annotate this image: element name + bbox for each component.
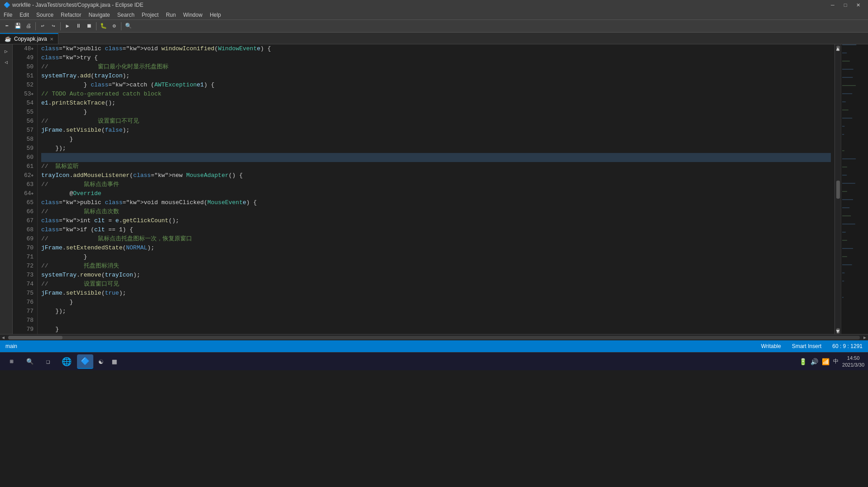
app2-taskbar[interactable]: ☯: [95, 354, 107, 369]
side-tool-2[interactable]: ◁: [1, 57, 11, 67]
scroll-thumb[interactable]: [836, 181, 840, 199]
ime-indicator[interactable]: 中: [833, 358, 839, 365]
code-line[interactable]: [41, 153, 831, 162]
h-scroll-left[interactable]: ◀: [0, 335, 6, 340]
menu-edit[interactable]: Edit: [16, 10, 33, 20]
line-number: 74: [14, 280, 34, 289]
line-number: 54: [14, 99, 34, 108]
code-line[interactable]: @Override: [41, 189, 831, 198]
line-number: 67: [14, 216, 34, 225]
status-insert-mode[interactable]: Smart Insert: [790, 343, 823, 349]
line-number: 68: [14, 225, 34, 234]
tab-close-button[interactable]: ✕: [50, 37, 53, 42]
code-line[interactable]: class="kw">public class="kw">void window…: [41, 44, 831, 53]
code-line[interactable]: systemTray.add(trayIcon);: [41, 72, 831, 81]
menu-run[interactable]: Run: [162, 10, 179, 20]
h-scroll-right[interactable]: ▶: [862, 335, 868, 340]
code-line[interactable]: }: [41, 253, 831, 262]
toolbar-btn-7[interactable]: ⏸: [73, 21, 83, 31]
menu-search[interactable]: Search: [114, 10, 138, 20]
title-bar-icon: 🔷: [4, 2, 10, 8]
horizontal-scrollbar[interactable]: ◀ ▶: [0, 334, 868, 340]
code-line[interactable]: jFrame.setVisible(false);: [41, 126, 831, 135]
toolbar-btn-3[interactable]: 🖨: [24, 21, 34, 31]
taskbar: ⊞ 🔍 ❑ 🌐 🔷 ☯ ▦ 🔋 🔊 📶 中 14:50 2021/3/30: [0, 352, 868, 370]
code-line[interactable]: }: [41, 108, 831, 117]
code-line[interactable]: // TODO Auto-generated catch block: [41, 90, 831, 99]
menu-navigate[interactable]: Navigate: [85, 10, 113, 20]
menu-source[interactable]: Source: [33, 10, 57, 20]
toolbar-btn-5[interactable]: ↪: [48, 21, 58, 31]
line-number: 55: [14, 108, 34, 117]
code-line[interactable]: jFrame.setVisible(true);: [41, 289, 831, 298]
toolbar-btn-2[interactable]: 💾: [13, 21, 23, 31]
toolbar-btn-9[interactable]: 🐛: [98, 21, 108, 31]
maximize-button[interactable]: □: [839, 0, 852, 10]
code-line[interactable]: // 设置窗口可见: [41, 280, 831, 289]
code-line[interactable]: class="kw">int clt = e.getClickCount();: [41, 216, 831, 225]
line-number: 61: [14, 162, 34, 171]
menu-window[interactable]: Window: [179, 10, 206, 20]
chrome-taskbar-app[interactable]: 🌐: [58, 354, 75, 369]
minimize-button[interactable]: ─: [826, 0, 839, 10]
code-line[interactable]: // 窗口最小化时显示托盘图标: [41, 62, 831, 72]
task-view-button[interactable]: ❑: [40, 354, 56, 369]
line-number: 70: [14, 244, 34, 253]
scroll-down-arrow[interactable]: ▼: [836, 328, 840, 334]
tab-copyapk[interactable]: ☕ Copyapk.java ✕: [0, 33, 58, 44]
editor-row: ▷ ◁ 48◆4950515253◆545556575859606162◆636…: [0, 44, 868, 334]
code-line[interactable]: // 鼠标点击托盘图标一次，恢复原窗口: [41, 234, 831, 244]
toolbar-btn-4[interactable]: ↩: [38, 21, 48, 31]
eclipse-taskbar-app[interactable]: 🔷: [77, 354, 93, 369]
toolbar-btn-11[interactable]: 🔍: [123, 21, 133, 31]
clock-date: 2021/3/30: [842, 362, 864, 368]
code-line[interactable]: systemTray.remove(trayIcon);: [41, 271, 831, 280]
code-line[interactable]: class="kw">public class="kw">void mouseC…: [41, 198, 831, 207]
status-position[interactable]: 60 : 9 : 1291: [830, 343, 864, 349]
vertical-scrollbar[interactable]: ▲ ▼: [834, 44, 841, 334]
window-title: workfile - JavaTest/src/test/Copyapk.jav…: [12, 2, 143, 8]
line-number: 50: [14, 62, 34, 72]
code-line[interactable]: // 设置窗口不可见: [41, 117, 831, 126]
close-button[interactable]: ✕: [852, 0, 864, 10]
line-number: 77: [14, 307, 34, 316]
menu-help[interactable]: Help: [206, 10, 225, 20]
side-tool-1[interactable]: ▷: [1, 46, 11, 56]
line-number: 62◆: [14, 171, 34, 180]
menu-refactor[interactable]: Refactor: [57, 10, 85, 20]
status-writable[interactable]: Writable: [759, 343, 783, 349]
toolbar-btn-8[interactable]: ⏹: [84, 21, 94, 31]
toolbar-btn-6[interactable]: ▶: [63, 21, 72, 31]
menu-project[interactable]: Project: [138, 10, 162, 20]
title-bar-controls[interactable]: ─ □ ✕: [826, 0, 864, 10]
toolbar-btn-10[interactable]: ⚙: [109, 21, 119, 31]
code-line[interactable]: // 鼠标点击次数: [41, 207, 831, 216]
code-line[interactable]: jFrame.setExtendedState(NORMAL);: [41, 244, 831, 253]
code-line[interactable]: }: [41, 325, 831, 334]
code-line[interactable]: }: [41, 298, 831, 307]
scroll-up-arrow[interactable]: ▲: [836, 46, 840, 51]
code-line[interactable]: trayIcon.addMouseListener(class="kw">new…: [41, 171, 831, 180]
h-scroll-area[interactable]: [8, 336, 860, 339]
search-taskbar-button[interactable]: 🔍: [22, 354, 38, 369]
status-branch[interactable]: main: [4, 343, 19, 349]
editor-main[interactable]: 48◆4950515253◆545556575859606162◆6364◆65…: [13, 44, 868, 334]
code-line[interactable]: class="kw">if (clt == 1) {: [41, 225, 831, 234]
code-line[interactable]: });: [41, 307, 831, 316]
code-line[interactable]: class="kw">try {: [41, 53, 831, 62]
code-line[interactable]: }: [41, 135, 831, 144]
start-button[interactable]: ⊞: [4, 354, 20, 369]
code-line[interactable]: } class="kw">catch (AWTException e1) {: [41, 81, 831, 90]
h-scroll-thumb[interactable]: [8, 336, 63, 339]
network-icon: 📶: [822, 358, 829, 365]
code-line[interactable]: [41, 316, 831, 325]
toolbar-btn-1[interactable]: ⬅: [2, 21, 12, 31]
code-line[interactable]: // 托盘图标消失: [41, 262, 831, 271]
code-line[interactable]: e1.printStackTrace();: [41, 99, 831, 108]
menu-file[interactable]: File: [0, 10, 16, 20]
code-line[interactable]: });: [41, 144, 831, 153]
code-line[interactable]: // 鼠标监听: [41, 162, 831, 171]
code-area[interactable]: class="kw">public class="kw">void window…: [38, 44, 834, 334]
code-line[interactable]: // 鼠标点击事件: [41, 180, 831, 189]
app3-taskbar[interactable]: ▦: [109, 354, 121, 369]
